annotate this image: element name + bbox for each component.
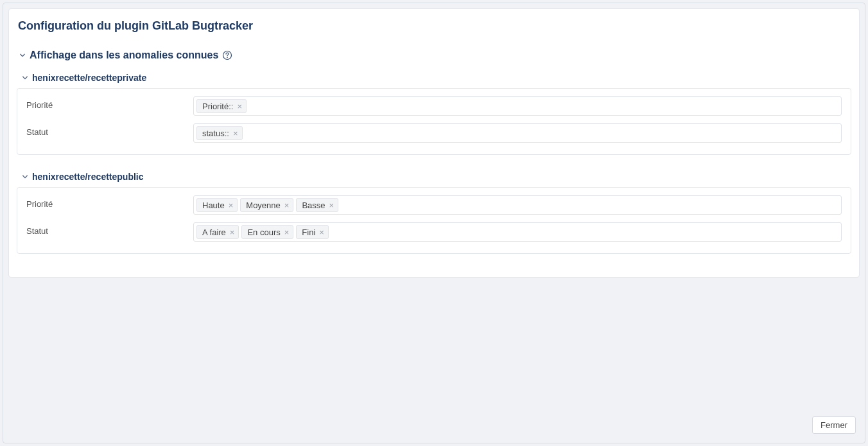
project-block: henixrecette/recetteprivatePrioritéPrior… [17, 67, 851, 155]
section-title: Affichage dans les anomalies connues [30, 49, 218, 61]
close-icon[interactable]: × [232, 129, 239, 138]
tag[interactable]: Haute× [196, 198, 238, 212]
svg-point-1 [227, 57, 229, 58]
tag[interactable]: Fini× [296, 225, 329, 239]
tag[interactable]: Priorité::× [196, 99, 247, 113]
close-icon[interactable]: × [236, 102, 243, 111]
status-row: StatutA faire×En cours×Fini× [26, 222, 842, 242]
dialog-footer: Fermer [812, 416, 856, 434]
close-icon[interactable]: × [229, 228, 236, 236]
tag[interactable]: status::× [196, 126, 243, 140]
tag[interactable]: En cours× [241, 225, 293, 239]
project-body: PrioritéPriorité::×Statutstatus::× [17, 88, 851, 155]
chevron-down-icon[interactable] [22, 75, 28, 81]
tag-label: Haute [202, 201, 225, 210]
close-icon[interactable]: × [328, 201, 336, 210]
tag-label: Fini [302, 227, 315, 237]
status-label: Statut [26, 123, 193, 137]
priority-label: Priorité [26, 96, 193, 110]
tag[interactable]: Basse× [296, 198, 338, 212]
project-name: henixrecette/recetteprivate [32, 73, 146, 83]
tag-label: A faire [202, 227, 226, 237]
priority-tag-input[interactable]: Priorité::× [193, 96, 842, 116]
priority-row: PrioritéHaute×Moyenne×Basse× [26, 195, 842, 215]
priority-label: Priorité [26, 195, 193, 209]
chevron-down-icon[interactable] [19, 52, 26, 58]
status-tag-input[interactable]: A faire×En cours×Fini× [193, 222, 842, 242]
project-name: henixrecette/recettepublic [32, 172, 144, 182]
tag-label: Basse [302, 201, 325, 210]
status-label: Statut [26, 222, 193, 236]
chevron-down-icon[interactable] [22, 174, 28, 180]
config-dialog: Configuration du plugin GitLab Bugtracke… [3, 3, 865, 443]
tag-label: En cours [247, 227, 280, 237]
help-icon[interactable] [222, 50, 232, 60]
tag[interactable]: A faire× [196, 225, 239, 239]
page-title: Configuration du plugin GitLab Bugtracke… [17, 15, 851, 42]
tag[interactable]: Moyenne× [240, 198, 293, 212]
priority-row: PrioritéPriorité::× [26, 96, 842, 116]
status-tag-input[interactable]: status::× [193, 123, 842, 143]
priority-tag-input[interactable]: Haute×Moyenne×Basse× [193, 195, 842, 215]
close-icon[interactable]: × [227, 201, 235, 210]
close-icon[interactable]: × [283, 201, 291, 210]
tag-label: Moyenne [246, 201, 280, 210]
tag-label: status:: [202, 129, 229, 138]
config-card: Configuration du plugin GitLab Bugtracke… [8, 8, 860, 278]
close-button[interactable]: Fermer [812, 416, 856, 434]
status-row: Statutstatus::× [26, 123, 842, 143]
project-header[interactable]: henixrecette/recetteprivate [17, 67, 851, 88]
project-header[interactable]: henixrecette/recettepublic [17, 166, 851, 187]
close-icon[interactable]: × [283, 228, 291, 236]
tag-label: Priorité:: [202, 102, 233, 111]
section-header[interactable]: Affichage dans les anomalies connues [17, 42, 851, 67]
project-block: henixrecette/recettepublicPrioritéHaute×… [17, 166, 851, 254]
close-icon[interactable]: × [318, 228, 326, 236]
project-body: PrioritéHaute×Moyenne×Basse×StatutA fair… [17, 187, 851, 254]
